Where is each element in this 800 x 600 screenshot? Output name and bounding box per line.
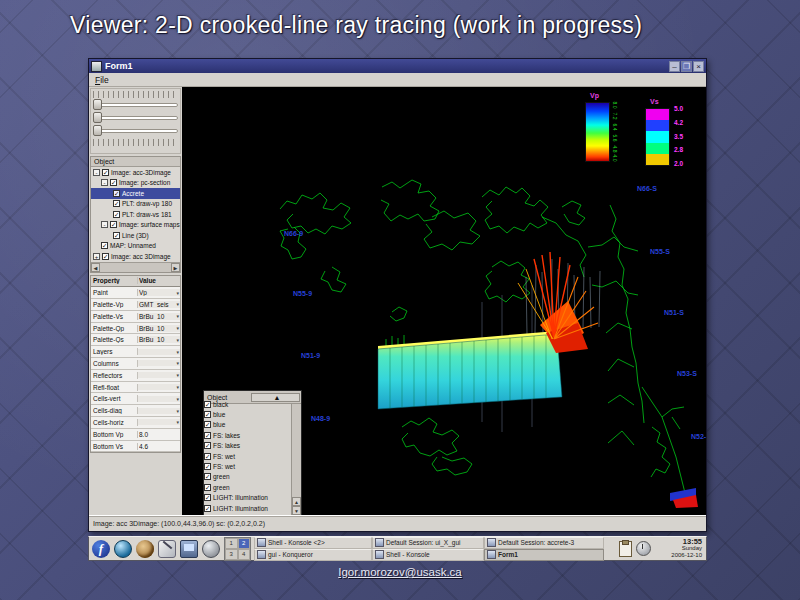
tree-horizontal-scrollbar[interactable]: ◀ ▶ — [91, 262, 180, 272]
checkbox-icon[interactable]: ✓ — [204, 463, 211, 470]
maximize-button[interactable]: ❐ — [681, 61, 692, 72]
property-row[interactable]: Bottom Vp 8.0 — [91, 429, 180, 441]
task-default-session-ui[interactable]: Default Session: ui_X_gui — [372, 537, 484, 549]
collapse-icon[interactable]: - — [101, 221, 108, 228]
slider-row[interactable] — [91, 111, 180, 124]
property-row[interactable]: Refl-float ▾ — [91, 382, 180, 394]
task-form1[interactable]: Form1 — [484, 549, 604, 561]
property-row[interactable]: Palette-Vp GMT_seis▾ — [91, 299, 180, 311]
checkbox-icon[interactable]: ✓ — [113, 190, 120, 197]
pager-desktop-2[interactable]: 2 — [238, 538, 251, 549]
checkbox-icon[interactable]: ✓ — [204, 432, 211, 439]
property-row[interactable]: Palette-Qp BrBu_10▾ — [91, 323, 180, 335]
app-launcher[interactable] — [135, 539, 155, 559]
list-item[interactable]: ✓LIGHT: Illumination — [204, 503, 291, 513]
klipper-clipboard-icon[interactable] — [619, 541, 632, 557]
tree-item[interactable]: - ✓ Image: pc-section — [91, 178, 180, 189]
list-item[interactable]: ✓LIGHT: Illumination — [204, 493, 291, 503]
scroll-down-icon[interactable]: ▼ — [292, 506, 301, 515]
tree-item[interactable]: - ✓ Image: surface maps — [91, 220, 180, 231]
tree-item[interactable]: ✓ PLT: draw-vp 180 — [91, 199, 180, 210]
checkbox-icon[interactable]: ✓ — [204, 401, 211, 408]
value-dropdown[interactable]: ▾ — [138, 349, 180, 355]
value-dropdown[interactable]: BrBu_10▾ — [138, 313, 180, 320]
checkbox-icon[interactable]: ✓ — [204, 473, 211, 480]
checkbox-icon[interactable]: ✓ — [102, 253, 109, 260]
value-cell[interactable]: 8.0 — [138, 431, 180, 438]
property-row[interactable]: Cells-vert ▾ — [91, 393, 180, 405]
value-dropdown[interactable]: ▾ — [138, 419, 180, 425]
checkbox-icon[interactable]: ✓ — [102, 169, 109, 176]
value-dropdown[interactable]: ▾ — [138, 396, 180, 402]
checkbox-icon[interactable]: ✓ — [204, 421, 211, 428]
value-cell[interactable]: 4.6 — [138, 443, 180, 450]
list-item[interactable]: ✓FS: lakes — [204, 430, 291, 440]
property-row[interactable]: Paint Vp▾ — [91, 287, 180, 299]
menu-file[interactable]: File — [89, 75, 115, 85]
property-row[interactable]: Palette-Qs BrBu_10▾ — [91, 334, 180, 346]
property-row[interactable]: Columns ▾ — [91, 358, 180, 370]
value-dropdown[interactable]: ▾ — [138, 408, 180, 414]
property-row[interactable]: Layers ▾ — [91, 346, 180, 358]
list-item[interactable]: ✓blue — [204, 409, 291, 419]
checkbox-icon[interactable]: ✓ — [113, 232, 120, 239]
value-dropdown[interactable]: BrBu_10▾ — [138, 336, 180, 343]
checkbox-icon[interactable]: ✓ — [204, 484, 211, 491]
property-row[interactable]: Cells-diag ▾ — [91, 405, 180, 417]
list-item[interactable]: ✓FS: wet — [204, 451, 291, 461]
task-default-session-accrete[interactable]: Default Session: accrete-3 — [484, 537, 604, 549]
kmenu-launcher[interactable]: f — [91, 539, 111, 559]
collapse-icon[interactable]: - — [101, 179, 108, 186]
task-gui-konqueror[interactable]: gui - Konqueror — [254, 549, 372, 561]
slider-groove[interactable] — [98, 116, 178, 120]
desktop-pager[interactable]: 1 2 3 4 — [224, 537, 251, 561]
tree-item-selected[interactable]: ✓ Accrete — [91, 188, 180, 199]
slider-row[interactable] — [91, 124, 180, 137]
tree-item[interactable]: - ✓ Image: acc-3Dimage — [91, 167, 180, 178]
checkbox-icon[interactable]: ✓ — [204, 442, 211, 449]
value-dropdown[interactable]: BrBu_10▾ — [138, 325, 180, 332]
scroll-right-icon[interactable]: ▶ — [171, 263, 180, 272]
checkbox-icon[interactable]: ✓ — [204, 411, 211, 418]
property-row[interactable]: Reflectors ▾ — [91, 370, 180, 382]
taskbar-clock[interactable]: 13:55 Sunday 2006-12-10 — [654, 539, 706, 559]
object-list-panel[interactable]: Object ▲ ✓black ✓blue ✓blue ✓FS: lakes ✓… — [203, 390, 302, 515]
slider-groove[interactable] — [98, 129, 178, 133]
checkbox-icon[interactable]: ✓ — [204, 453, 211, 460]
browser-launcher[interactable] — [113, 539, 133, 559]
property-row[interactable]: Palette-Vs BrBu_10▾ — [91, 311, 180, 323]
task-shell-konsole[interactable]: Shell - Konsole — [372, 549, 484, 561]
checkbox-icon[interactable]: ✓ — [110, 221, 117, 228]
object-list-scrollbar[interactable]: ▲ ▼ — [291, 404, 301, 515]
value-dropdown[interactable]: ▾ — [138, 384, 180, 390]
property-row[interactable]: Bottom Vs 4.6 — [91, 441, 180, 453]
pager-desktop-3[interactable]: 3 — [225, 549, 238, 560]
package-launcher[interactable] — [201, 539, 221, 559]
list-item[interactable]: ✓green — [204, 472, 291, 482]
list-item[interactable]: ✓blue — [204, 420, 291, 430]
tree-item[interactable]: ✓ MAP: Unnamed — [91, 241, 180, 252]
checkbox-icon[interactable]: ✓ — [110, 179, 117, 186]
scroll-left-icon[interactable]: ◀ — [91, 263, 100, 272]
checkbox-icon[interactable]: ✓ — [113, 211, 120, 218]
close-button[interactable]: × — [693, 61, 704, 72]
view3d-canvas[interactable]: Vp 8.0 7.2 6.4 5.6 4.8 4.0 Vs 5.0 — [182, 87, 706, 515]
window-titlebar[interactable]: Form1 – ❐ × — [89, 59, 706, 73]
checkbox-icon[interactable]: ✓ — [101, 242, 108, 249]
desktop-launcher[interactable] — [179, 539, 199, 559]
slider-row[interactable] — [91, 98, 180, 111]
list-item[interactable]: ✓black — [204, 399, 291, 409]
list-item[interactable]: ✓green — [204, 482, 291, 492]
value-dropdown[interactable]: ▾ — [138, 360, 180, 366]
tree-item[interactable]: + ✓ Image: acc 3Dimage — [91, 251, 180, 262]
slider-handle[interactable] — [93, 112, 102, 123]
pager-desktop-4[interactable]: 4 — [238, 549, 251, 560]
slider-groove[interactable] — [98, 103, 178, 107]
email-link[interactable]: Igor.morozov@usask.ca — [0, 566, 800, 578]
slider-handle[interactable] — [93, 99, 102, 110]
minimize-button[interactable]: – — [669, 61, 680, 72]
expand-icon[interactable]: + — [93, 253, 100, 260]
list-item[interactable]: ✓FS: lakes — [204, 441, 291, 451]
pager-desktop-1[interactable]: 1 — [225, 538, 238, 549]
task-shell-konsole-2[interactable]: Shell - Konsole <2> — [254, 537, 372, 549]
